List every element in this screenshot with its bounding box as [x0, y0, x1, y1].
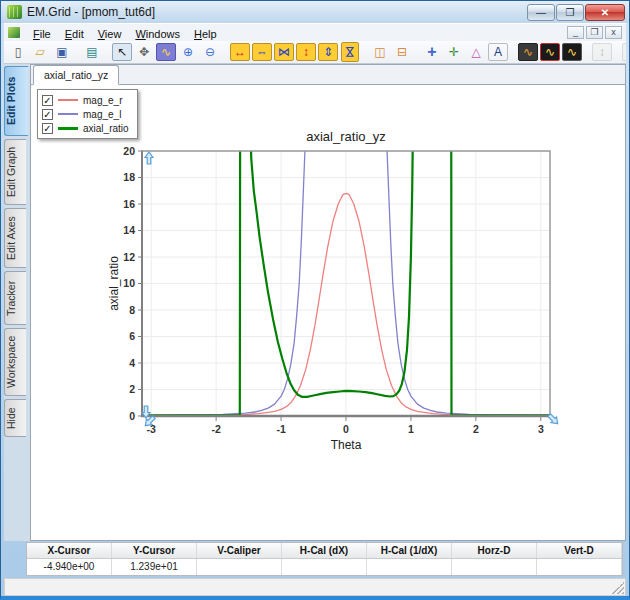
legend-label: mag_e_r [83, 95, 122, 106]
legend-checkbox-mag_e_r[interactable]: ✓ [42, 95, 53, 106]
side-tab-workspace[interactable]: Workspace [4, 328, 26, 396]
x-tick-label: 1 [408, 423, 414, 435]
side-tab-edit-plots[interactable]: Edit Plots [4, 66, 28, 136]
side-tab-strip: Edit PlotsEdit GraphEdit AxesTrackerWork… [4, 64, 30, 541]
side-tab-edit-axes[interactable]: Edit Axes [4, 208, 26, 268]
legend-checkbox-axial_ratio[interactable]: ✓ [42, 123, 53, 134]
plot-legend: ✓mag_e_r✓mag_e_l✓axial_ratio [37, 89, 138, 139]
cursor-readout-table: X-CursorY-CursorV-CaliperH-Cal (dX)H-Cal… [26, 542, 623, 576]
app-window: EM.Grid - [pmom_tut6d] — ❐ ✕ FileEditVie… [0, 0, 630, 600]
cursor-table-header: Horz-D [452, 543, 537, 558]
cursor-table-header-row: X-CursorY-CursorV-CaliperH-Cal (dX)H-Cal… [27, 543, 622, 559]
cursor-table-value [367, 559, 452, 575]
y-tick-label: 18 [123, 171, 135, 183]
y-axis-label: axial_ratio [107, 256, 121, 311]
x-tick-label: -2 [211, 423, 220, 435]
legend-line-sample [58, 127, 78, 130]
document-area: axial_ratio_yz ✓mag_e_r✓mag_e_l✓axial_ra… [30, 64, 626, 541]
plot-region: ✓mag_e_r✓mag_e_l✓axial_ratio 02468101214… [31, 85, 625, 540]
main-content: Edit PlotsEdit GraphEdit AxesTrackerWork… [4, 64, 626, 541]
y-tick-label: 14 [123, 224, 135, 236]
caliper-triangle-icon[interactable]: △ [466, 43, 486, 61]
compress-horizontal-icon[interactable]: ⇔ [252, 43, 272, 61]
mdi-minimize-button[interactable]: _ [567, 26, 584, 39]
y-tick-label: 4 [129, 357, 135, 369]
close-button[interactable]: ✕ [585, 4, 625, 21]
text-annotation-icon[interactable]: A [488, 43, 508, 61]
cursor-table-header: Y-Cursor [112, 543, 197, 558]
save-icon[interactable]: ▣ [52, 43, 72, 61]
fit-horizontal-icon[interactable]: ⋈ [274, 43, 294, 61]
menu-edit[interactable]: Edit [58, 26, 91, 42]
x-axis-label: Theta [331, 438, 362, 452]
side-tab-tracker[interactable]: Tracker [4, 271, 26, 325]
toolbar: ▯▱▣▤↖✥∿⊕⊖↔⇔⋈↕⇕⋈◫⊟+✛△A∿∿∿↕↔ ≡ Layout [4, 41, 626, 64]
y-tick-label: 12 [123, 251, 135, 263]
chart-svg[interactable]: 02468101214161820-3-2-10123axial_ratio_y… [106, 125, 606, 475]
menu-windows[interactable]: Windows [128, 26, 187, 42]
cursor-table-value: -4.940e+00 [27, 559, 112, 575]
app-logo-icon [7, 5, 22, 19]
x-tick-label: -1 [276, 423, 285, 435]
cursor-table-value [197, 559, 282, 575]
menu-file[interactable]: File [26, 26, 58, 42]
expand-horizontal-icon[interactable]: ↔ [230, 43, 250, 61]
cursor-table-header: Vert-D [537, 543, 622, 558]
select-arrow-icon[interactable]: ↖ [112, 43, 132, 61]
title-bar: EM.Grid - [pmom_tut6d] — ❐ ✕ [1, 1, 629, 23]
minimize-button[interactable]: — [527, 4, 555, 21]
side-tab-hide[interactable]: Hide [4, 399, 26, 437]
menu-help[interactable]: Help [187, 26, 224, 42]
side-tab-edit-graph[interactable]: Edit Graph [4, 139, 26, 205]
cursor-table-value-row: -4.940e+001.239e+01 [27, 559, 622, 575]
legend-line-sample [58, 113, 78, 115]
legend-line-sample [58, 99, 78, 101]
split-horizontal-icon[interactable]: ⊟ [392, 43, 412, 61]
y-tick-label: 0 [129, 410, 135, 422]
plot-style-active-icon[interactable]: ∿ [540, 43, 560, 61]
legend-item: ✓axial_ratio [42, 121, 129, 135]
gap-horizontal-icon: ↔ [622, 43, 626, 61]
x-tick-label: 0 [343, 423, 349, 435]
cursor-table-value [282, 559, 367, 575]
legend-checkbox-mag_e_l[interactable]: ✓ [42, 109, 53, 120]
cursor-table-value [452, 559, 537, 575]
cross-marker-icon[interactable]: + [422, 43, 442, 61]
cursor-table-header: H-Cal (dX) [282, 543, 367, 558]
fit-vertical-icon[interactable]: ⋈ [341, 42, 359, 62]
menu-bar: FileEditViewWindowsHelp _ ❐ x [4, 23, 626, 41]
mdi-restore-button[interactable]: ❐ [586, 26, 603, 39]
y-tick-label: 8 [129, 304, 135, 316]
new-document-icon[interactable]: ▯ [8, 43, 28, 61]
mdi-controls: _ ❐ x [567, 26, 622, 39]
pan-hand-icon[interactable]: ✥ [134, 43, 154, 61]
expand-vertical-icon[interactable]: ↕ [296, 43, 316, 61]
cursor-table-value [537, 559, 622, 575]
print-icon[interactable]: ▤ [82, 43, 102, 61]
x-tick-label: 3 [538, 423, 544, 435]
menu-view[interactable]: View [91, 26, 129, 42]
y-tick-label: 20 [123, 145, 135, 157]
legend-item: ✓mag_e_r [42, 93, 129, 107]
y-tick-label: 10 [123, 277, 135, 289]
open-folder-icon[interactable]: ▱ [30, 43, 50, 61]
cursor-table-header: V-Caliper [197, 543, 282, 558]
window-title: EM.Grid - [pmom_tut6d] [27, 5, 527, 19]
tab-axial-ratio-yz[interactable]: axial_ratio_yz [33, 65, 119, 85]
plot-style-icon[interactable]: ∿ [562, 43, 582, 61]
tracker-axes-icon[interactable]: ✛ [444, 43, 464, 61]
resize-grip[interactable] [612, 582, 624, 594]
zoom-out-icon[interactable]: ⊖ [200, 43, 220, 61]
zoom-in-icon[interactable]: ⊕ [178, 43, 198, 61]
cursor-table-header: X-Cursor [27, 543, 112, 558]
legend-label: axial_ratio [83, 123, 129, 134]
maximize-button[interactable]: ❐ [556, 4, 584, 21]
legend-label: mag_e_l [83, 109, 121, 120]
status-bar [4, 578, 626, 596]
zoom-window-icon[interactable]: ∿ [156, 43, 176, 61]
overlay-plot-icon[interactable]: ∿ [518, 43, 538, 61]
mdi-close-button[interactable]: x [605, 26, 622, 39]
split-vertical-icon[interactable]: ◫ [370, 43, 390, 61]
compress-vertical-icon[interactable]: ⇕ [318, 43, 338, 61]
cursor-table-header: H-Cal (1/dX) [367, 543, 452, 558]
